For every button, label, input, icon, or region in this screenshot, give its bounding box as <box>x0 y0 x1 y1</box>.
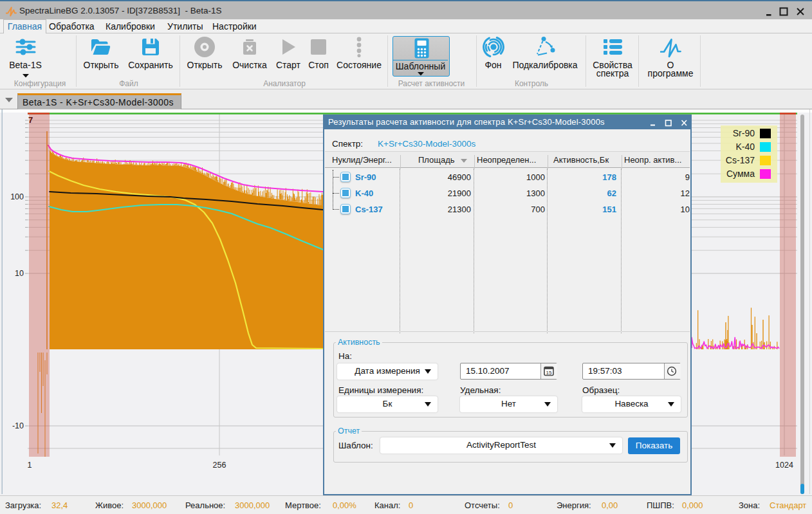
svg-text:Cs-137: Cs-137 <box>726 155 755 165</box>
svg-text:Сумма: Сумма <box>726 169 755 179</box>
svg-text:1024: 1024 <box>775 461 793 470</box>
svg-text:256: 256 <box>213 461 226 470</box>
svg-text:1: 1 <box>28 461 32 470</box>
svg-text:-10: -10 <box>12 421 24 430</box>
svg-text:K-40: K-40 <box>735 142 755 152</box>
svg-text:15: 15 <box>546 370 552 376</box>
svg-text:Sr-90: Sr-90 <box>733 128 755 138</box>
svg-text:100: 100 <box>10 192 24 201</box>
svg-text:10: 10 <box>15 269 24 278</box>
svg-text:7: 7 <box>28 115 33 125</box>
